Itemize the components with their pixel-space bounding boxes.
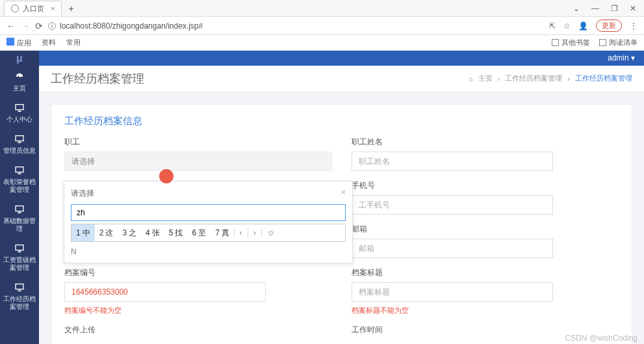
breadcrumb: ⌂ 主页 › 工作经历档案管理 › 工作经历档案管理 [469,73,632,83]
sidebar-item-workexp[interactable]: 工作经历档案管理 [0,277,39,316]
nav-back-icon[interactable]: ← [6,21,16,31]
window-restore-icon[interactable]: ❐ [611,4,618,13]
sidebar-item-home[interactable]: 主页 [0,66,39,98]
ime-candidate-7[interactable]: 7真 [211,224,234,241]
field-filetitle: 档案标题 档案标题不能为空 [352,267,619,315]
crumb-sep: › [567,75,570,83]
window-down-icon[interactable]: ⌄ [573,4,580,13]
field-upload: 文件上传 [64,324,332,336]
ime-candidate-2[interactable]: 2这 [95,224,118,241]
panel-title: 工作经历档案信息 [64,115,619,127]
field-fileno: 档案编号 档案编号不能为空 [64,267,332,315]
logo: μ [0,51,39,66]
page-header: 工作经历档案管理 ⌂ 主页 › 工作经历档案管理 › 工作经历档案管理 [39,66,644,92]
apps-icon [6,38,14,46]
input-filetitle[interactable] [352,282,553,302]
tab-favicon [11,5,19,12]
sidebar-item-honor[interactable]: 表彰荣誉档案管理 [0,160,39,199]
user-menu[interactable]: admin ▾ [608,53,635,62]
nav-reload-icon[interactable]: ⟳ [35,21,43,31]
ime-candidate-1[interactable]: 1中 [71,224,95,241]
sidebar-item-basedata[interactable]: 基础数据管理 [0,199,39,238]
input-name[interactable] [352,152,553,171]
ime-candidate-3[interactable]: 3之 [118,224,141,241]
dashboard-icon [13,72,26,82]
sidebar: μ 主页 个人中心 管理员信息 表彰荣誉档案管理 基础数据管理 工资晋级档案管理… [0,51,39,344]
monitor-icon [13,165,26,176]
star-icon[interactable]: ☆ [563,21,571,31]
bookmark-common[interactable]: 常用 [66,38,81,47]
label-employee: 职工 [64,137,332,148]
field-employee: 职工 请选择 [64,137,332,171]
field-phone: 手机号 [352,180,619,215]
url-field[interactable]: i localhost:8080/zhigongdangan/index.jsp… [48,21,203,31]
dropdown-title: 请选择 [71,188,94,199]
select-employee[interactable]: 请选择 [64,152,332,171]
monitor-icon [13,282,26,293]
site-info-icon[interactable]: i [48,22,56,30]
page-title: 工作经历档案管理 [51,71,144,86]
svg-rect-3 [16,206,23,211]
watermark: CSDN @wishCoding [565,334,638,343]
svg-rect-0 [16,105,23,110]
topbar: admin ▾ [39,51,644,66]
url-text: localhost:8080/zhigongdangan/index.jsp# [60,21,203,31]
input-phone[interactable] [352,195,553,215]
monitor-icon [13,243,26,254]
sidebar-item-salary[interactable]: 工资晋级档案管理 [0,238,39,277]
profile-icon[interactable]: 👤 [578,21,588,31]
tab-title: 入口页 [23,4,44,14]
browser-tab[interactable]: 入口页 × [4,1,62,16]
crumb-1[interactable]: 工作经历档案管理 [505,73,562,83]
browser-address-bar: ← → ⟳ i localhost:8080/zhigongdangan/ind… [0,17,644,35]
share-icon[interactable]: ⇱ [549,21,556,31]
click-indicator [159,169,174,183]
label-filetitle: 档案标题 [352,267,619,278]
label-upload: 文件上传 [64,324,332,336]
window-close-icon[interactable]: ✕ [630,4,636,13]
monitor-icon [13,134,26,144]
svg-rect-2 [16,167,23,172]
dropdown-nodata: N [71,247,346,256]
ime-next-icon[interactable]: › [248,228,261,237]
ime-prev-icon[interactable]: ‹ [234,228,248,237]
sidebar-item-admin[interactable]: 管理员信息 [0,129,39,160]
error-filetitle: 档案标题不能为空 [352,306,619,315]
ime-candidate-6[interactable]: 6至 [187,224,211,241]
input-fileno[interactable] [64,282,266,302]
ime-emoji-icon[interactable]: ☺ [261,228,280,237]
update-button[interactable]: 更新 [596,20,622,32]
window-minimize-icon[interactable]: — [591,4,599,13]
crumb-home[interactable]: 主页 [478,73,493,83]
svg-rect-1 [16,136,23,141]
employee-dropdown: 请选择 × 1中 2这 3之 4张 5找 6至 7真 ‹ › ☺ N [64,181,353,263]
label-phone: 手机号 [352,180,619,191]
tab-close-icon[interactable]: × [51,5,55,12]
sidebar-item-personal[interactable]: 个人中心 [0,98,39,129]
folder-icon [552,39,559,46]
bookmarks-bar: 应用 资料 常用 其他书签 阅读清单 [0,35,644,51]
other-bookmarks[interactable]: 其他书签 [552,38,590,47]
ime-candidate-4[interactable]: 4张 [141,224,164,241]
dropdown-close-icon[interactable]: × [341,188,346,199]
ime-candidate-5[interactable]: 5找 [164,224,188,241]
app-root: μ 主页 个人中心 管理员信息 表彰荣誉档案管理 基础数据管理 工资晋级档案管理… [0,51,644,344]
menu-icon[interactable]: ⋮ [630,21,638,31]
input-email[interactable] [352,239,553,258]
main-area: admin ▾ 工作经历档案管理 ⌂ 主页 › 工作经历档案管理 › 工作经历档… [39,51,644,344]
list-icon [599,39,606,46]
error-fileno: 档案编号不能为空 [64,306,332,315]
bookmark-materials[interactable]: 资料 [42,38,56,47]
apps-bookmark[interactable]: 应用 [6,38,31,48]
browser-tab-bar: 入口页 × + ⌄ — ❐ ✕ [0,0,644,17]
crumb-sep: › [498,75,500,83]
new-tab-button[interactable]: + [68,3,73,14]
dropdown-search-input[interactable] [71,204,346,221]
reading-list[interactable]: 阅读清单 [599,38,638,47]
field-email: 邮箱 [352,224,619,258]
nav-forward-icon: → [21,21,30,31]
home-icon: ⌂ [469,75,473,83]
label-email: 邮箱 [352,224,619,235]
monitor-icon [13,103,26,113]
svg-rect-4 [16,245,23,250]
